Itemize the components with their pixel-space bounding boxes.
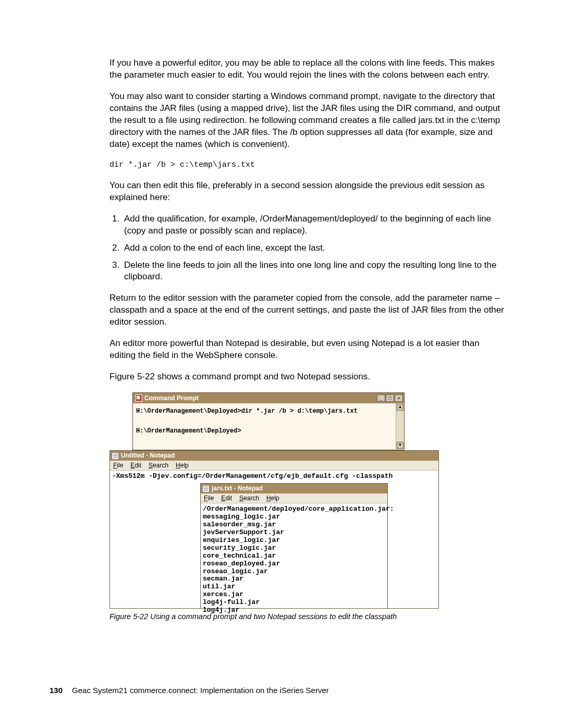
ordered-list: Add the qualification, for example, /Ord… (109, 213, 506, 283)
menu-search[interactable]: Search (149, 461, 168, 470)
page-number: 130 (50, 685, 63, 696)
menu-bar: File Edit Search Help (201, 493, 387, 503)
terminal-line: H:\OrderManagement\Deployed> (136, 427, 241, 435)
minimize-button[interactable]: _ (377, 394, 385, 402)
menu-file[interactable]: File (113, 461, 123, 470)
close-button[interactable]: × (395, 394, 403, 402)
terminal-body[interactable]: H:\OrderManagement\Deployed>dir *.jar /b… (133, 403, 404, 440)
menu-search[interactable]: Search (239, 494, 259, 502)
list-item: Delete the line feeds to join all the li… (122, 260, 506, 283)
paragraph: An editor more powerful than Notepad is … (109, 338, 506, 362)
figure-screenshot: Command Prompt _ □ × ▲ ▼ H:\OrderManagem… (109, 392, 438, 608)
editor-body[interactable]: -Xms512m -Djev.config=/OrderManagement/c… (110, 471, 438, 483)
notepad-window-jars: jars.txt - Notepad File Edit Search Help… (200, 483, 388, 609)
command-prompt-window: Command Prompt _ □ × ▲ ▼ H:\OrderManagem… (132, 392, 405, 450)
menu-edit[interactable]: Edit (130, 461, 141, 470)
code-block: dir *.jar /b > c:\temp\jars.txt (109, 160, 506, 170)
titlebar[interactable]: Command Prompt _ □ × (133, 393, 404, 403)
notepad-icon (202, 485, 210, 492)
menu-edit[interactable]: Edit (221, 494, 232, 502)
paragraph: If you have a powerful editor, you may b… (109, 57, 506, 81)
paragraph: Figure 5-22 shows a command prompt and t… (109, 371, 506, 383)
page-footer: 130 Geac System21 commerce.connect: Impl… (50, 685, 329, 696)
notepad-icon (112, 452, 119, 460)
window-buttons: _ □ × (377, 394, 403, 402)
paragraph: You can then edit this file, preferably … (109, 180, 506, 204)
book-title: Geac System21 commerce.connect: Implemen… (72, 685, 329, 696)
menu-help[interactable]: Help (176, 461, 189, 470)
window-title: jars.txt - Notepad (212, 484, 263, 492)
maximize-button[interactable]: □ (386, 394, 394, 402)
paragraph: Return to the editor session with the pa… (109, 292, 506, 328)
scroll-down-icon[interactable]: ▼ (397, 442, 403, 449)
editor-body[interactable]: /OrderManagement/deployed/core_applicati… (201, 503, 387, 616)
terminal-line: H:\OrderManagement\Deployed>dir *.jar /b… (136, 408, 358, 415)
list-item: Add the qualification, for example, /Ord… (122, 213, 506, 237)
menu-bar: File Edit Search Help (110, 461, 438, 471)
list-item: Add a colon to the end of each line, exc… (122, 242, 506, 254)
titlebar[interactable]: jars.txt - Notepad (201, 484, 387, 493)
menu-file[interactable]: File (204, 494, 214, 502)
scroll-up-icon[interactable]: ▲ (397, 404, 403, 411)
scrollbar[interactable]: ▲ ▼ (396, 403, 404, 450)
window-title: Untitled - Notepad (121, 451, 175, 460)
cmd-icon (135, 394, 142, 402)
paragraph: You may also want to consider starting a… (109, 91, 506, 151)
menu-help[interactable]: Help (266, 494, 279, 502)
document-page: If you have a powerful editor, you may b… (0, 0, 563, 728)
window-title: Command Prompt (144, 394, 199, 402)
titlebar[interactable]: Untitled - Notepad (110, 451, 438, 461)
